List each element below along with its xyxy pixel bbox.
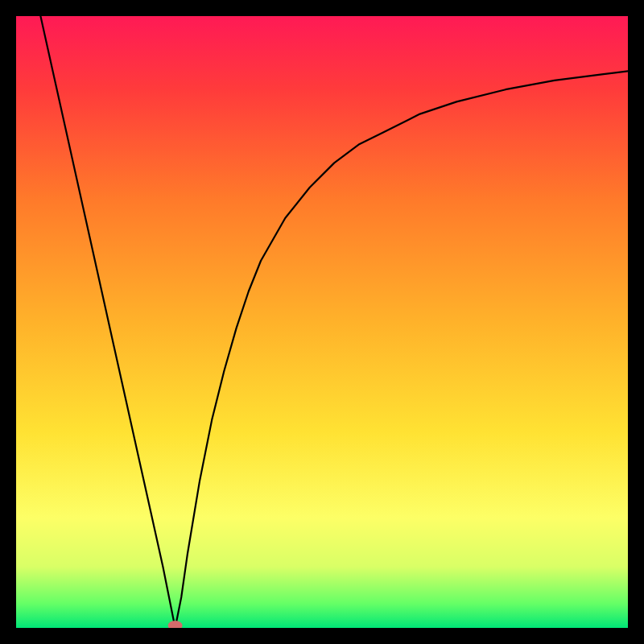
chart-frame: TheBottleneck.com	[16, 16, 628, 628]
bottleneck-chart	[16, 16, 628, 628]
